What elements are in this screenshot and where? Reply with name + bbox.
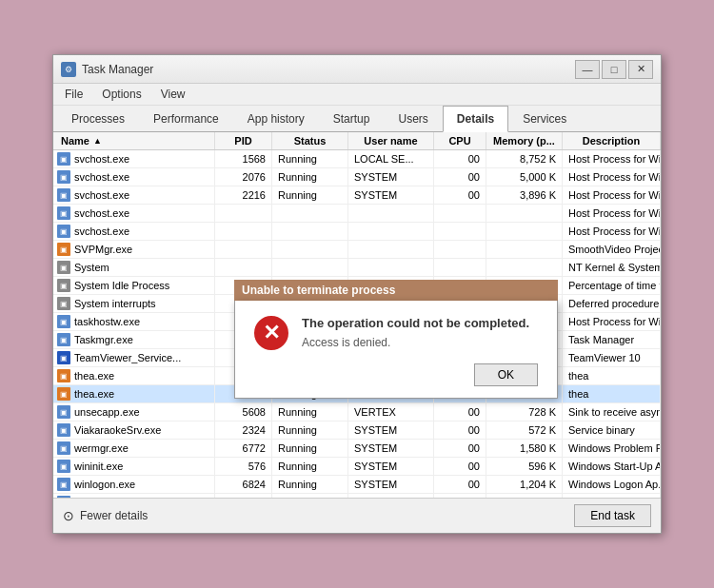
cell-cpu [434,259,486,276]
cell-desc: Task Manager [563,331,661,348]
cell-user: SYSTEM [348,476,434,493]
col-name[interactable]: Name ▲ [53,132,215,149]
menu-view[interactable]: View [157,86,189,103]
process-icon: ▣ [57,170,70,184]
cell-status [272,223,348,240]
cell-cpu: 00 [434,458,486,475]
cell-name: ▣ svchost.exe [53,150,215,167]
cell-pid: 2216 [215,186,272,204]
table-row[interactable]: ▣ WmiPrvSE.exe 1824 Running NETWORK... 0… [53,494,661,498]
cell-user: SYSTEM [348,168,434,186]
cell-status [272,241,348,258]
process-icon: ▣ [57,478,70,491]
table-row[interactable]: ▣ wininit.exe 576 Running SYSTEM 00 596 … [53,458,661,476]
menu-options[interactable]: Options [98,86,145,103]
cell-memory: 2,768 K [486,494,563,498]
cell-memory [486,241,563,258]
cell-desc: Windows Problem R... [563,440,661,457]
table-row[interactable]: ▣ svchost.exe Host Process for Wi... [53,223,661,241]
cell-name: ▣ ViakaraokeSrv.exe [53,421,215,439]
cell-user: SYSTEM [348,458,434,475]
cell-user [348,241,434,258]
col-status[interactable]: Status [272,132,348,149]
tab-services[interactable]: Services [508,106,581,132]
col-username[interactable]: User name [348,132,434,149]
cell-user [348,259,434,276]
menu-file[interactable]: File [61,86,87,103]
tab-users[interactable]: Users [384,106,442,132]
cell-status: Running [272,440,348,457]
cell-status: Running [272,421,348,439]
cell-user: LOCAL SE... [348,150,434,167]
table-row[interactable]: ▣ winlogon.exe 6824 Running SYSTEM 00 1,… [53,476,661,494]
cell-status [272,259,348,276]
cell-desc: Host Process for Wi... [563,168,661,186]
cell-status: Running [272,458,348,475]
cell-name: ▣ wininit.exe [53,458,215,475]
end-task-button[interactable]: End task [574,504,651,527]
process-icon: ▣ [57,261,70,274]
cell-desc: Host Process for Wi... [563,223,661,240]
cell-name: ▣ Taskmgr.exe [53,331,215,348]
process-icon: ▣ [57,496,70,498]
cell-desc: TeamViewer 10 [563,349,661,366]
table-row[interactable]: ▣ SVPMgr.exe SmoothVideo Projec... [53,241,661,259]
fewer-details-button[interactable]: ⊙ Fewer details [63,508,148,523]
dialog-footer: OK [254,363,538,386]
error-dialog: Unable to terminate process ✕ The operat… [234,280,558,399]
cell-name: ▣ svchost.exe [53,168,215,186]
cell-memory: 3,896 K [486,186,563,204]
close-button[interactable]: ✕ [628,60,653,79]
cell-desc: thea [563,367,661,384]
maximize-button[interactable]: □ [602,60,626,79]
dialog-title-bar: Unable to terminate process [234,280,558,301]
cell-memory: 5,000 K [486,168,563,186]
app-icon: ⚙ [61,62,76,77]
cell-desc: Percentage of time t... [563,277,661,294]
dialog-sub-text: Access is denied. [302,336,529,349]
cell-pid: 2076 [215,168,272,186]
col-memory[interactable]: Memory (p... [486,132,563,149]
cell-user: NETWORK... [348,494,434,498]
cell-name: ▣ taskhostw.exe [53,313,215,330]
cell-status [272,205,348,222]
table-row[interactable]: ▣ svchost.exe 1568 Running LOCAL SE... 0… [53,150,661,168]
cell-desc: NT Kernel & System [563,259,661,276]
cell-name: ▣ wermgr.exe [53,440,215,457]
table-row[interactable]: ▣ wermgr.exe 6772 Running SYSTEM 00 1,58… [53,440,661,458]
table-row[interactable]: ▣ System NT Kernel & System [53,259,661,277]
col-cpu[interactable]: CPU [434,132,486,149]
ok-button[interactable]: OK [474,363,538,386]
col-description[interactable]: Description [563,132,661,149]
col-pid[interactable]: PID [215,132,272,149]
process-icon: ▣ [57,152,70,166]
tab-performance[interactable]: Performance [139,106,233,132]
cell-desc: Host Process for Wi... [563,313,661,330]
dialog-text: The operation could not be completed. Ac… [302,316,529,349]
tab-details[interactable]: Details [443,106,508,132]
table-row[interactable]: ▣ svchost.exe 2076 Running SYSTEM 00 5,0… [53,168,661,186]
cell-desc: Host Process for Wi... [563,186,661,204]
process-icon: ▣ [57,423,70,437]
cell-pid: 6824 [215,476,272,493]
table-row[interactable]: ▣ unsecapp.exe 5608 Running VERTEX 00 72… [53,403,661,421]
table-row[interactable]: ▣ svchost.exe 2216 Running SYSTEM 00 3,8… [53,186,661,205]
tab-app-history[interactable]: App history [233,106,319,132]
title-bar: ⚙ Task Manager — □ ✕ [53,55,661,84]
cell-memory: 8,752 K [486,150,563,167]
tab-bar: Processes Performance App history Startu… [53,106,661,132]
tab-processes[interactable]: Processes [57,106,139,132]
cell-cpu: 00 [434,150,486,167]
process-icon: ▣ [57,441,70,455]
minimize-button[interactable]: — [575,60,600,79]
process-icon: ▣ [57,188,70,202]
process-icon: ▣ [57,297,70,310]
table-row[interactable]: ▣ ViakaraokeSrv.exe 2324 Running SYSTEM … [53,421,661,440]
cell-name: ▣ SVPMgr.exe [53,241,215,258]
cell-user: SYSTEM [348,186,434,204]
cell-desc: Deferred procedure ... [563,295,661,312]
cell-user [348,205,434,222]
tab-startup[interactable]: Startup [319,106,385,132]
cell-cpu [434,223,486,240]
table-row[interactable]: ▣ svchost.exe Host Process for Wi... [53,205,661,223]
